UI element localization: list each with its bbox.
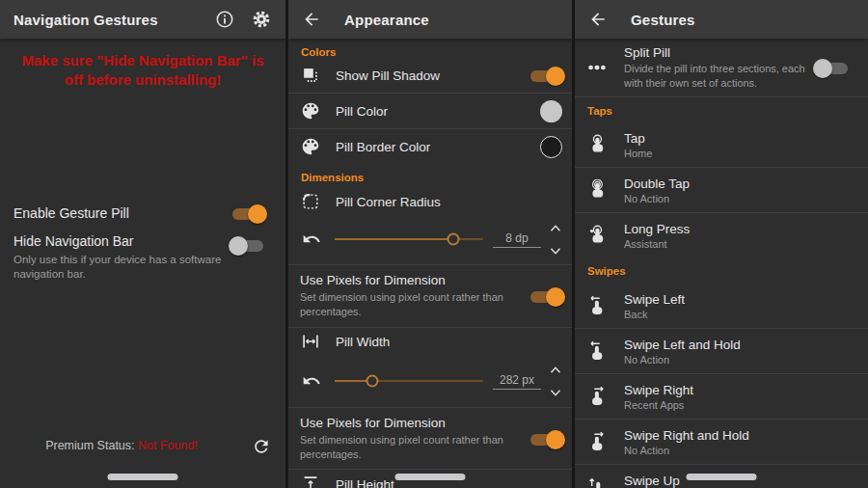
corner-radius-slider[interactable] — [335, 238, 483, 240]
premium-status-row: Premium Status: Not Found! — [0, 437, 285, 456]
use-pixels-row-top[interactable]: Use Pixels for Dimension Set dimension u… — [288, 265, 572, 327]
enable-gesture-pill-row[interactable]: Enable Gesture Pill — [0, 205, 285, 221]
tap-icon — [586, 134, 608, 155]
corner-radius-slider-thumb[interactable] — [448, 233, 460, 246]
gesture-label: Long Press — [624, 222, 849, 236]
section-swipes: Swipes — [575, 258, 868, 284]
pill-border-color-label: Pill Border Color — [336, 140, 540, 154]
pill-corner-radius-slider-row: 8 dp — [288, 214, 572, 264]
section-taps: Taps — [575, 97, 868, 122]
split-pill-subtitle: Divide the pill into three sections, eac… — [624, 62, 816, 90]
chevron-up-icon[interactable] — [549, 366, 562, 374]
back-arrow-icon[interactable] — [588, 10, 608, 29]
split-pill-row[interactable]: Split Pill Divide the pill into three se… — [575, 39, 868, 96]
show-pill-shadow-label: Show Pill Shadow — [336, 68, 529, 83]
swipe-left-icon — [586, 295, 608, 316]
pill-width-slider-row: 282 px — [288, 355, 572, 407]
use-pixels-subtitle: Set dimension using pixel count rather t… — [300, 290, 518, 319]
pill-width-slider-thumb[interactable] — [366, 375, 378, 388]
hide-navigation-bar-toggle[interactable] — [231, 239, 264, 253]
app-title: Navigation Gestures — [14, 12, 158, 28]
chevron-up-icon[interactable] — [549, 224, 562, 232]
use-pixels-label: Use Pixels for Dimension — [300, 273, 529, 287]
premium-status-label: Premium Status: — [45, 439, 134, 452]
chevron-down-icon[interactable] — [549, 247, 562, 256]
gesture-label: Swipe Right — [624, 383, 849, 397]
gesture-action: Recent Apps — [624, 399, 849, 411]
hide-navigation-bar-label: Hide Navigation Bar — [14, 233, 231, 249]
use-pixels-toggle-top[interactable] — [529, 290, 562, 304]
pill-width-value[interactable]: 282 px — [493, 373, 541, 390]
panel-appearance: Appearance Colors Show Pill Shadow Pill … — [288, 0, 572, 488]
gestures-header: Gestures — [575, 0, 868, 39]
appearance-title: Appearance — [344, 12, 429, 28]
pill-color-swatch[interactable] — [540, 100, 562, 122]
gear-icon[interactable] — [251, 9, 272, 30]
swipe-up-icon — [586, 476, 608, 488]
pill-corner-radius-row[interactable]: Pill Corner Radius — [288, 189, 572, 214]
gesture-row-swipe-left-hold[interactable]: Swipe Left and Hold No Action — [575, 329, 868, 373]
swipe-left-icon — [586, 340, 608, 362]
pill-width-slider[interactable] — [335, 380, 483, 382]
undo-icon[interactable] — [302, 230, 321, 249]
gesture-pill-bar[interactable] — [108, 474, 178, 480]
pill-color-label: Pill Color — [336, 104, 540, 119]
gesture-label: Swipe Left and Hold — [624, 338, 849, 352]
swipe-right-icon — [586, 431, 608, 452]
premium-status-text: Premium Status: Not Found! — [0, 439, 243, 452]
enable-gesture-pill-toggle[interactable] — [231, 207, 264, 221]
use-pixels-row-bottom[interactable]: Use Pixels for Dimension Set dimension u… — [288, 408, 572, 469]
gesture-label: Swipe Right and Hold — [624, 428, 849, 443]
split-pill-icon — [586, 57, 608, 78]
show-pill-shadow-row[interactable]: Show Pill Shadow — [288, 58, 572, 93]
chevron-down-icon[interactable] — [549, 389, 562, 397]
gesture-row-swipe-right-hold[interactable]: Swipe Right and Hold No Action — [575, 420, 868, 464]
palette-icon — [300, 100, 321, 122]
double-tap-icon — [586, 179, 608, 201]
refresh-icon[interactable] — [252, 437, 271, 456]
back-arrow-icon[interactable] — [302, 10, 321, 29]
section-dimensions: Dimensions — [288, 172, 572, 189]
panel-main: Navigation Gestures Make sure "Hide Navi… — [0, 0, 285, 488]
undo-icon[interactable] — [302, 371, 321, 391]
corner-radius-value[interactable]: 8 dp — [493, 231, 541, 248]
use-pixels-label: Use Pixels for Dimension — [300, 416, 529, 430]
pill-color-row[interactable]: Pill Color — [288, 94, 572, 128]
gesture-row-swipe-right[interactable]: Swipe Right Recent Apps — [575, 374, 868, 419]
gesture-row-tap[interactable]: Tap Home — [575, 122, 868, 167]
pill-border-color-row[interactable]: Pill Border Color — [288, 129, 572, 164]
show-pill-shadow-toggle[interactable] — [529, 69, 562, 83]
gesture-row-swipe-left[interactable]: Swipe Left Back — [575, 284, 868, 328]
swipe-right-icon — [586, 386, 608, 407]
pill-width-label: Pill Width — [336, 335, 562, 349]
gesture-action: Home — [624, 148, 849, 159]
split-pill-label: Split Pill — [624, 45, 816, 60]
use-pixels-subtitle: Set dimension using pixel count rather t… — [300, 433, 518, 462]
gesture-pill-bar[interactable] — [687, 474, 757, 480]
main-header: Navigation Gestures — [0, 0, 285, 39]
gesture-pill-bar[interactable] — [395, 474, 466, 480]
gesture-label: Double Tap — [624, 176, 849, 191]
palette-icon — [300, 136, 321, 157]
long-press-icon — [586, 225, 608, 246]
gesture-row-double-tap[interactable]: Double Tap No Action — [575, 168, 868, 212]
gesture-action: No Action — [624, 193, 849, 204]
width-icon — [300, 331, 321, 352]
gesture-action: Back — [624, 309, 849, 320]
corner-radius-icon — [300, 191, 321, 212]
hide-navigation-bar-row[interactable]: Hide Navigation Bar Only use this if you… — [0, 233, 285, 283]
pill-width-row[interactable]: Pill Width — [288, 328, 572, 355]
section-colors: Colors — [288, 39, 572, 58]
gesture-row-long-press[interactable]: Long Press Assistant — [575, 213, 868, 258]
appearance-header: Appearance — [288, 0, 572, 39]
shadow-icon — [300, 65, 321, 86]
gesture-label: Tap — [624, 131, 849, 146]
pill-border-color-swatch[interactable] — [540, 136, 562, 158]
use-pixels-toggle-bottom[interactable] — [529, 433, 562, 447]
gesture-action: Assistant — [624, 238, 849, 250]
premium-status-value: Not Found! — [138, 439, 198, 452]
pill-corner-radius-label: Pill Corner Radius — [336, 195, 562, 209]
split-pill-toggle[interactable] — [816, 62, 849, 75]
info-icon[interactable] — [214, 9, 235, 30]
gesture-action: No Action — [624, 445, 849, 456]
